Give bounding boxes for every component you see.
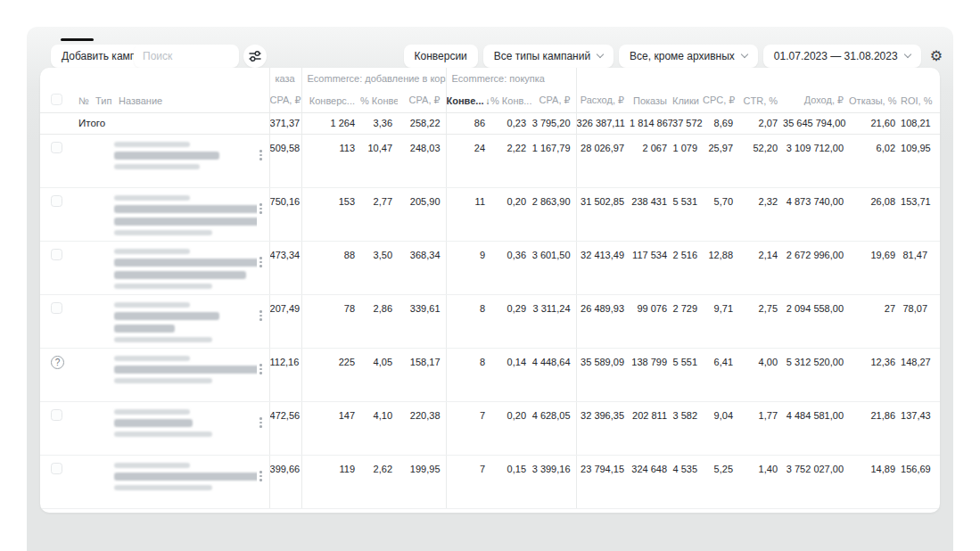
row-checkbox[interactable]: [51, 302, 62, 314]
column-header-bounces[interactable]: Отказы, %: [849, 89, 901, 112]
filter-button[interactable]: [243, 45, 267, 68]
settings-gear-icon[interactable]: ⚙: [930, 45, 943, 68]
campaign-name-blurred[interactable]: [114, 249, 257, 293]
column-header-conv-rate-cart[interactable]: % Конве...: [360, 89, 398, 112]
row-checkbox[interactable]: [51, 249, 62, 260]
group-order-label: каза: [269, 68, 301, 89]
metric-cell: 99 076: [630, 294, 672, 348]
kebab-menu-icon[interactable]: [257, 363, 265, 375]
campaign-name-blurred[interactable]: [114, 356, 257, 388]
metric-cell: 4,00: [738, 348, 783, 401]
name-blur-line: [114, 230, 212, 235]
campaign-types-select[interactable]: Все типы кампаний: [483, 45, 614, 68]
metric-cell: 4 628,05: [531, 401, 576, 455]
column-header-cost[interactable]: Расход, ₽: [576, 89, 630, 112]
select-all-checkbox[interactable]: [51, 94, 62, 105]
table-body: 509,5811310,47248,03242,221 167,7928 026…: [40, 134, 940, 508]
kebab-menu-icon[interactable]: [257, 309, 265, 322]
kebab-menu-icon[interactable]: [257, 470, 265, 482]
campaign-name-blurred[interactable]: [114, 142, 257, 174]
column-header-number[interactable]: №: [70, 89, 89, 112]
metric-cell: 2,77: [360, 187, 398, 241]
column-header-name[interactable]: Название: [112, 89, 257, 112]
metric-cell: 5 312 520,00: [783, 348, 849, 401]
metric-cell: 3 752 027,00: [783, 455, 849, 508]
name-blur-line: [114, 259, 257, 267]
metric-cell: 509,58: [269, 134, 301, 187]
filter-sliders-icon: [248, 50, 262, 62]
column-header-roi[interactable]: ROI, %: [901, 89, 940, 112]
metric-cell: 32 413,49: [576, 241, 630, 294]
name-blur-line: [114, 485, 212, 490]
metric-cell: 2,14: [738, 241, 783, 294]
column-header-conversions-purchase[interactable]: Конве...↓: [446, 89, 490, 112]
metric-cell: 202 811: [630, 401, 672, 455]
name-blur-line: [114, 284, 212, 289]
campaign-name-blurred[interactable]: [114, 409, 257, 441]
total-cell: 2,07: [738, 112, 783, 134]
metric-cell: 153: [301, 187, 360, 241]
campaign-name-blurred[interactable]: [114, 463, 257, 495]
metric-cell: 207,49: [269, 294, 301, 348]
metric-cell: 113: [301, 134, 360, 187]
metric-cell: 12,88: [703, 241, 738, 294]
metric-cell: 368,34: [398, 241, 446, 294]
column-header-revenue[interactable]: Доход, ₽: [783, 89, 849, 112]
metric-cell: 88: [301, 241, 360, 294]
column-header-cpa-cart[interactable]: CPA, ₽: [398, 89, 446, 112]
total-cell: 1 814 867: [630, 112, 672, 134]
column-header-ctr[interactable]: CTR, %: [738, 89, 783, 112]
metric-cell: 5,25: [703, 455, 738, 508]
metric-cell: 23 794,15: [576, 455, 630, 508]
metric-cell: 324 648: [630, 455, 672, 508]
campaign-types-label: Все типы кампаний: [494, 50, 590, 62]
campaign-name-blurred[interactable]: [114, 195, 257, 240]
name-blur-line: [114, 356, 190, 361]
kebab-menu-icon[interactable]: [257, 416, 265, 429]
metric-cell: 9,71: [703, 294, 738, 348]
row-checkbox[interactable]: [51, 409, 62, 421]
total-cell: 326 387,11: [576, 112, 630, 134]
column-header-cpc[interactable]: CPC, ₽: [703, 89, 738, 112]
conversions-button[interactable]: Конверсии: [404, 45, 478, 68]
metric-cell: 220,38: [398, 401, 446, 455]
total-cell: 21,60: [849, 112, 901, 134]
column-header-type[interactable]: Тип: [89, 89, 112, 112]
table-row: 472,561474,10220,3870,204 628,0532 396,3…: [40, 401, 940, 455]
metric-cell: 21,86: [849, 401, 901, 455]
column-header-conversions-cart[interactable]: Конверс...: [301, 89, 360, 112]
total-cell: 37 572: [672, 112, 703, 134]
kebab-menu-icon[interactable]: [257, 202, 265, 215]
table-row: 207,49782,86339,6180,293 311,2426 489,93…: [40, 294, 940, 348]
metric-cell: 12,36: [849, 348, 901, 401]
metric-cell: 109,95: [901, 134, 940, 187]
help-icon[interactable]: ?: [51, 356, 64, 369]
toolbar-right-cluster: Конверсии Все типы кампаний Все, кроме а…: [404, 45, 943, 68]
campaign-name-blurred[interactable]: [114, 302, 257, 347]
column-header-cpa-purchase[interactable]: CPA, ₽: [531, 89, 576, 112]
column-header-conv-rate-purchase[interactable]: % Конв...: [490, 89, 531, 112]
row-checkbox[interactable]: [51, 463, 62, 474]
column-header-cpa-order[interactable]: CPA, ₽: [269, 89, 301, 112]
row-checkbox[interactable]: [51, 195, 62, 207]
metric-cell: 78: [301, 294, 360, 348]
name-blur-line: [114, 249, 190, 254]
metric-cell: 6,02: [849, 134, 901, 187]
metric-cell: 3 601,50: [531, 241, 576, 294]
metric-cell: 4,10: [360, 401, 398, 455]
column-header-impressions[interactable]: Показы: [630, 89, 672, 112]
column-header-clicks[interactable]: Клики: [672, 89, 703, 112]
row-checkbox[interactable]: [51, 142, 62, 153]
search-input[interactable]: [134, 45, 239, 68]
metric-cell: 3 311,24: [531, 294, 576, 348]
table-row: 473,34883,50368,3490,363 601,5032 413,49…: [40, 241, 940, 294]
metric-cell: 112,16: [269, 348, 301, 401]
kebab-menu-icon[interactable]: [257, 256, 265, 268]
name-blur-line: [114, 218, 257, 226]
kebab-menu-icon[interactable]: [257, 149, 265, 161]
table-row: ?112,162254,05158,1780,144 448,6435 589,…: [40, 348, 940, 401]
metric-cell: 10,47: [360, 134, 398, 187]
archive-filter-select[interactable]: Все, кроме архивных: [619, 45, 758, 68]
date-range-select[interactable]: 01.07.2023 — 31.08.2023: [763, 45, 921, 68]
metric-cell: 26 489,93: [576, 294, 630, 348]
